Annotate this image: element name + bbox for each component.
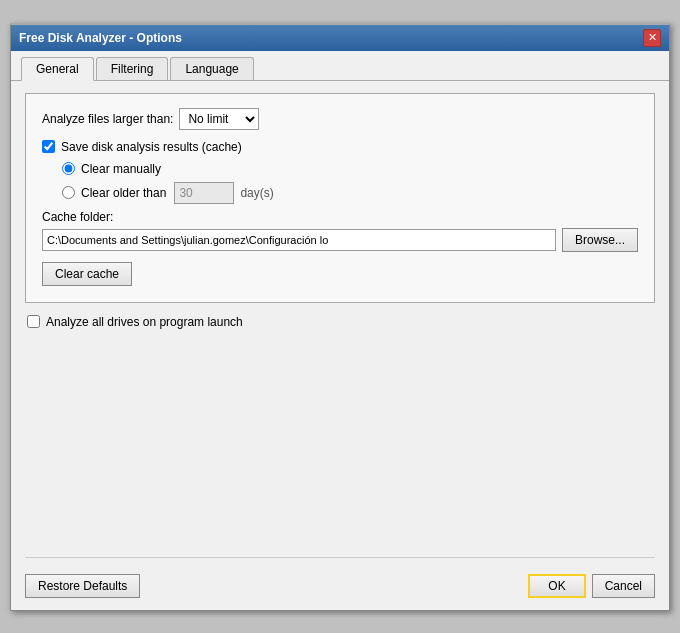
clear-manually-row: Clear manually	[62, 162, 638, 176]
browse-button[interactable]: Browse...	[562, 228, 638, 252]
tabs-bar: General Filtering Language	[11, 51, 669, 81]
close-button[interactable]: ✕	[643, 29, 661, 47]
cache-folder-label: Cache folder:	[42, 210, 638, 224]
cache-path-input[interactable]	[42, 229, 556, 251]
cache-group-box: Analyze files larger than: No limit 1 KB…	[25, 93, 655, 303]
save-cache-row: Save disk analysis results (cache)	[42, 140, 638, 154]
restore-defaults-button[interactable]: Restore Defaults	[25, 574, 140, 598]
cache-folder-row: Browse...	[42, 228, 638, 252]
save-cache-checkbox[interactable]	[42, 140, 55, 153]
cancel-button[interactable]: Cancel	[592, 574, 655, 598]
empty-space	[11, 357, 669, 557]
bottom-right-buttons: OK Cancel	[528, 574, 655, 598]
analyze-size-row: Analyze files larger than: No limit 1 KB…	[42, 108, 638, 130]
analyze-all-label: Analyze all drives on program launch	[46, 315, 243, 329]
size-select-wrapper: No limit 1 KB 10 KB 100 KB 1 MB	[179, 108, 259, 130]
clear-older-row: Clear older than day(s)	[62, 182, 638, 204]
bottom-bar: Restore Defaults OK Cancel	[11, 566, 669, 610]
tab-general[interactable]: General	[21, 57, 94, 81]
options-window: Free Disk Analyzer - Options ✕ General F…	[10, 23, 670, 611]
clear-older-label: Clear older than	[81, 186, 166, 200]
clear-older-radio[interactable]	[62, 186, 75, 199]
days-unit-label: day(s)	[240, 186, 273, 200]
analyze-all-row: Analyze all drives on program launch	[25, 315, 655, 329]
window-title: Free Disk Analyzer - Options	[19, 31, 182, 45]
days-input[interactable]	[174, 182, 234, 204]
title-bar: Free Disk Analyzer - Options ✕	[11, 25, 669, 51]
size-select[interactable]: No limit 1 KB 10 KB 100 KB 1 MB	[179, 108, 259, 130]
clear-manually-label: Clear manually	[81, 162, 161, 176]
clear-cache-button[interactable]: Clear cache	[42, 262, 132, 286]
save-cache-label: Save disk analysis results (cache)	[61, 140, 242, 154]
tab-language[interactable]: Language	[170, 57, 253, 80]
separator	[25, 557, 655, 558]
clear-options-group: Clear manually Clear older than day(s)	[42, 162, 638, 204]
clear-manually-radio[interactable]	[62, 162, 75, 175]
content-area: Analyze files larger than: No limit 1 KB…	[11, 81, 669, 357]
analyze-all-checkbox[interactable]	[27, 315, 40, 328]
ok-button[interactable]: OK	[528, 574, 585, 598]
tab-filtering[interactable]: Filtering	[96, 57, 169, 80]
analyze-size-label: Analyze files larger than:	[42, 112, 173, 126]
